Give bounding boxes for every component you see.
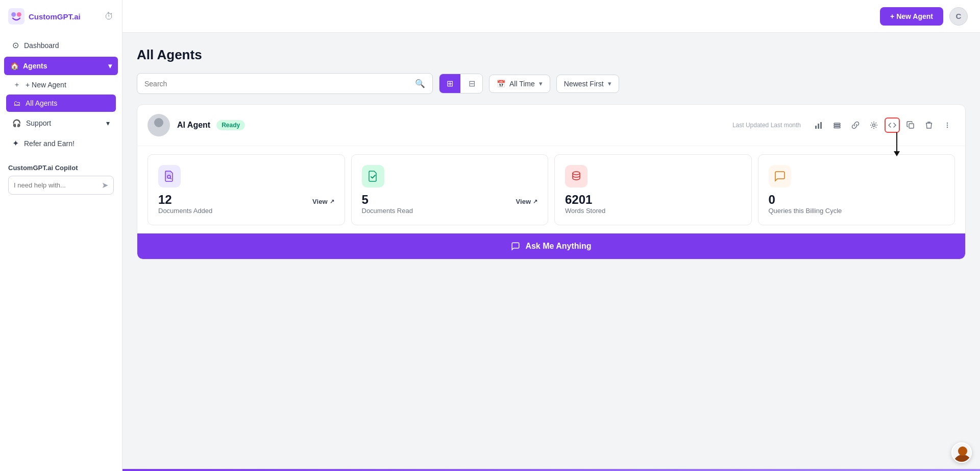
chat-icon xyxy=(774,170,786,182)
agent-actions: Last Updated Last month xyxy=(732,117,955,133)
data-button[interactable] xyxy=(829,117,845,133)
sort-filter[interactable]: Newest First ▾ xyxy=(556,75,619,93)
agent-card-header: AI Agent Ready Last Updated Last month xyxy=(137,105,965,146)
svg-point-3 xyxy=(150,127,168,136)
arrow-line xyxy=(896,132,897,152)
time-filter-label: All Time xyxy=(509,80,535,88)
all-agents-label: All Agents xyxy=(26,99,57,107)
svg-point-19 xyxy=(953,455,972,463)
send-icon[interactable]: ➤ xyxy=(102,180,108,190)
topbar-avatar[interactable]: C xyxy=(949,7,968,26)
delete-button[interactable] xyxy=(921,117,937,133)
gear-icon xyxy=(870,121,878,129)
words-stored-label: Words Stored xyxy=(565,207,605,215)
support-label: Support xyxy=(26,119,51,127)
refer-label: Refer and Earn! xyxy=(24,139,75,148)
svg-rect-5 xyxy=(815,126,817,129)
stats-grid: 12 Documents Added View ↗ xyxy=(137,146,965,233)
documents-read-value: 5 xyxy=(362,193,413,207)
user-avatar-bottom[interactable] xyxy=(951,442,972,463)
queries-value: 0 xyxy=(769,193,842,207)
support-icon: 🎧 xyxy=(12,119,21,127)
documents-added-label: Documents Added xyxy=(158,207,212,215)
copilot-input-wrap: ➤ xyxy=(8,176,114,195)
svg-point-11 xyxy=(873,124,875,127)
agents-header-icon: 🏠 xyxy=(10,62,19,70)
logo: CustomGPT.ai xyxy=(8,8,81,25)
stat-card-queries: 0 Queries this Billing Cycle xyxy=(758,154,955,225)
settings-button[interactable] xyxy=(866,117,881,133)
more-button[interactable] xyxy=(940,117,955,133)
user-photo xyxy=(952,443,972,463)
logo-icon xyxy=(8,8,24,25)
filter-bar: 🔍 ⊞ ⊟ 📅 All Time ▾ Newest First ▾ xyxy=(137,73,966,94)
stat-words-stored-bottom: 6201 Words Stored xyxy=(565,193,741,215)
stat-card-documents-read: 5 Documents Read View ↗ xyxy=(351,154,549,225)
documents-read-view-link[interactable]: View ↗ xyxy=(516,198,537,205)
dashboard-icon: ⊙ xyxy=(12,40,19,50)
main-area: + New Agent C All Agents 🔍 ⊞ ⊟ 📅 All Tim… xyxy=(122,0,980,471)
search-icon: 🔍 xyxy=(415,79,425,88)
view-toggle: ⊞ ⊟ xyxy=(439,74,483,93)
trash-icon xyxy=(925,121,933,129)
svg-point-1 xyxy=(11,12,16,17)
sidebar-item-refer[interactable]: ✦ Refer and Earn! xyxy=(4,133,118,153)
sidebar-item-all-agents[interactable]: 🗂 All Agents xyxy=(6,95,116,112)
code-icon xyxy=(888,121,896,129)
svg-rect-8 xyxy=(834,123,840,125)
link-icon xyxy=(851,121,860,129)
topbar: + New Agent C xyxy=(122,0,980,33)
sidebar: CustomGPT.ai ⏱ ⊙ Dashboard 🏠 Agents ▾ ＋ … xyxy=(0,0,122,471)
svg-rect-10 xyxy=(834,127,840,128)
refer-icon: ✦ xyxy=(12,138,19,148)
svg-rect-6 xyxy=(818,124,819,129)
document-check-icon xyxy=(367,170,379,182)
bottom-accent xyxy=(122,469,980,471)
svg-point-15 xyxy=(947,127,948,128)
page-content: All Agents 🔍 ⊞ ⊟ 📅 All Time ▾ Newest Fir… xyxy=(122,33,980,471)
sidebar-item-support[interactable]: 🎧 Support ▾ xyxy=(4,114,118,132)
history-icon[interactable]: ⏱ xyxy=(105,11,114,22)
sidebar-logo-area: CustomGPT.ai ⏱ xyxy=(0,8,122,35)
list-view-button[interactable]: ⊟ xyxy=(461,74,482,93)
search-input[interactable] xyxy=(144,80,410,88)
agents-header-label: Agents xyxy=(23,62,47,70)
svg-point-20 xyxy=(958,446,967,456)
words-stored-value: 6201 xyxy=(565,193,605,207)
support-chevron-icon: ▾ xyxy=(106,119,110,127)
svg-point-13 xyxy=(947,123,948,124)
agent-name-wrap: AI Agent Ready xyxy=(177,120,732,130)
link-button[interactable] xyxy=(848,117,863,133)
copilot-input[interactable] xyxy=(14,181,102,189)
sidebar-item-dashboard[interactable]: ⊙ Dashboard xyxy=(4,35,118,55)
sort-chevron-icon: ▾ xyxy=(608,80,611,87)
agent-name: AI Agent xyxy=(177,121,210,130)
embed-button[interactable] xyxy=(885,117,900,133)
folder-icon: 🗂 xyxy=(13,99,20,107)
copy-button[interactable] xyxy=(903,117,918,133)
svg-point-4 xyxy=(154,118,163,127)
documents-read-icon-wrap xyxy=(362,165,384,187)
stats-button[interactable] xyxy=(811,117,826,133)
svg-rect-7 xyxy=(820,122,822,129)
new-agent-button[interactable]: + New Agent xyxy=(880,7,943,26)
sidebar-dashboard-label: Dashboard xyxy=(24,41,59,50)
sort-filter-label: Newest First xyxy=(564,80,604,88)
time-chevron-icon: ▾ xyxy=(539,80,543,87)
documents-added-view-link[interactable]: View ↗ xyxy=(312,198,334,205)
ask-bar[interactable]: Ask Me Anything xyxy=(137,233,965,259)
sidebar-item-new-agent[interactable]: ＋ + New Agent xyxy=(6,76,116,94)
agents-chevron-icon: ▾ xyxy=(108,62,112,70)
stat-queries-bottom: 0 Queries this Billing Cycle xyxy=(769,193,945,215)
words-stored-icon-wrap xyxy=(565,165,587,187)
svg-point-18 xyxy=(573,172,580,175)
stat-documents-read-bottom: 5 Documents Read View ↗ xyxy=(362,193,538,215)
grid-view-button[interactable]: ⊞ xyxy=(439,74,460,93)
external-link-icon: ↗ xyxy=(330,198,334,205)
last-updated: Last Updated Last month xyxy=(732,122,801,129)
time-filter[interactable]: 📅 All Time ▾ xyxy=(489,75,550,93)
agents-header[interactable]: 🏠 Agents ▾ xyxy=(4,57,118,75)
svg-rect-9 xyxy=(834,125,840,127)
svg-rect-12 xyxy=(909,124,914,128)
page-title: All Agents xyxy=(137,47,966,63)
